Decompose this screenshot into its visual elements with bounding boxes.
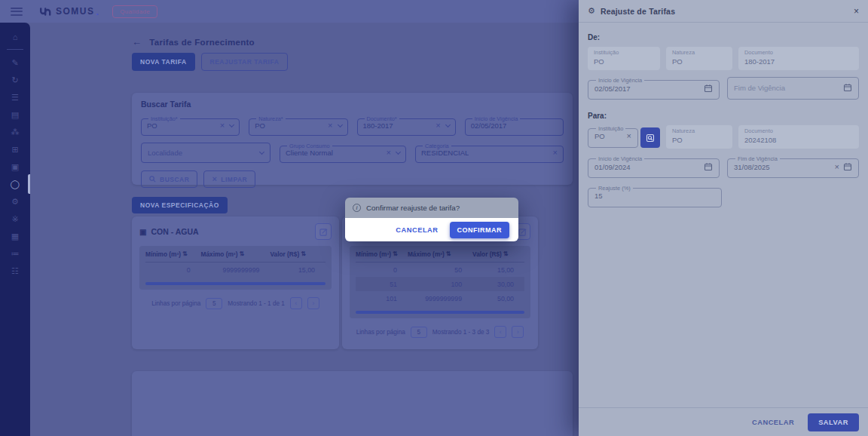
sort-icon[interactable]: ⇅ xyxy=(446,250,451,257)
sort-icon[interactable]: ⇅ xyxy=(393,250,398,257)
tariff-card-1-header: ▣ CON - AGUA xyxy=(132,216,339,244)
consumption-group-value: Cliente Normal xyxy=(286,149,333,157)
table-row[interactable]: 0 50 15,00 xyxy=(356,263,524,277)
confirm-dialog-actions: CANCELAR CONFIRMAR xyxy=(345,218,518,241)
sidebar-item-connections[interactable]: ☷ xyxy=(0,263,30,279)
chevron-down-icon[interactable] xyxy=(337,121,342,127)
sidebar-item-design[interactable]: ✎ xyxy=(0,54,30,71)
edit-tariff-button[interactable] xyxy=(315,223,332,240)
document-field[interactable]: Documento* 180-2017 × xyxy=(357,115,456,136)
to-validity-end-field[interactable]: Fim de Vigência 31/08/2025 × xyxy=(727,155,859,178)
table-horizontal-scrollbar[interactable] xyxy=(356,311,524,314)
validity-start-field[interactable]: Início de Vigência 02/05/2017 xyxy=(465,115,564,136)
to-validity-start-field[interactable]: Início de Vigência 01/09/2024 xyxy=(588,155,720,178)
operations-icon: ◯ xyxy=(11,180,20,189)
sidebar-item-home[interactable]: ⌂ xyxy=(0,29,30,45)
from-section-label: De: xyxy=(588,33,859,41)
prev-page-button[interactable]: ‹ xyxy=(494,326,506,338)
clear-icon[interactable]: × xyxy=(220,121,225,130)
chevron-down-icon[interactable] xyxy=(396,149,401,154)
col-min-header[interactable]: Mínimo (m³)⇅ xyxy=(356,250,408,258)
to-institution-field[interactable]: Instituição PO × xyxy=(588,125,638,148)
sidebar-item-settings[interactable]: ⚙ xyxy=(0,193,30,210)
calendar-icon[interactable] xyxy=(843,162,852,171)
drawer-title: Reajuste de Tarifas xyxy=(601,7,675,16)
tariff-table-2: Mínimo (m³)⇅ Máximo (m³)⇅ Valor (R$)⇅ 0 … xyxy=(350,246,530,318)
sort-icon[interactable]: ⇅ xyxy=(182,250,188,257)
drawer-cancel-button[interactable]: CANCELAR xyxy=(752,419,794,426)
from-institution-value: PO xyxy=(594,57,654,66)
dialog-cancel-button[interactable]: CANCELAR xyxy=(396,226,438,234)
sidebar-item-checklist[interactable]: ☰ xyxy=(0,89,30,106)
institution-lookup-button[interactable] xyxy=(640,127,660,148)
close-icon[interactable]: × xyxy=(854,6,859,17)
rows-per-page-select[interactable]: 5 xyxy=(206,298,222,309)
search-button[interactable]: BUSCAR xyxy=(141,170,197,188)
sidebar-item-billing[interactable]: ▤ xyxy=(0,106,30,123)
sidebar-item-reports[interactable]: ≔ xyxy=(0,245,30,262)
table-row[interactable]: 101 9999999999 50,00 xyxy=(356,291,524,306)
clear-icon[interactable]: × xyxy=(328,121,332,130)
sidebar-item-services[interactable]: ※ xyxy=(0,210,30,227)
back-arrow-icon[interactable]: ← xyxy=(132,36,142,48)
environment-chip[interactable]: Qualidade xyxy=(112,5,157,18)
rows-per-page-select[interactable]: 5 xyxy=(411,327,427,338)
locality-placeholder: Localidade xyxy=(148,149,182,157)
clear-icon[interactable]: × xyxy=(387,149,391,157)
tariff-card-1: ▣ CON - AGUA Mínimo (m³)⇅ Máximo (m³)⇅ V… xyxy=(132,216,339,349)
billing-icon: ▤ xyxy=(11,110,19,120)
from-validity-start-value: 02/05/2017 xyxy=(594,84,631,93)
chevron-down-icon[interactable] xyxy=(445,121,451,127)
new-specification-button[interactable]: NOVA ESPECIFICAÇÃO xyxy=(132,197,228,213)
table-row[interactable]: 51 100 30,00 xyxy=(356,277,524,291)
table-row[interactable]: 0 9999999999 15,00 xyxy=(145,263,326,277)
from-document-value: 180-2017 xyxy=(744,57,853,66)
search-tariff-card: Buscar Tarifa Instituição* PO × Natureza… xyxy=(132,93,573,185)
prev-page-button[interactable]: ‹ xyxy=(290,297,302,309)
next-page-button[interactable]: › xyxy=(307,297,319,309)
sidebar-divider xyxy=(7,49,23,50)
readjust-tariff-button[interactable]: REAJUSTAR TARIFA xyxy=(201,53,289,71)
sidebar-item-table[interactable]: ⊞ xyxy=(0,141,30,158)
col-max-header[interactable]: Máximo (m³)⇅ xyxy=(408,250,472,258)
new-tariff-button[interactable]: NOVA TARIFA xyxy=(132,53,195,71)
consumption-group-field[interactable]: Grupo Consumo Cliente Normal × xyxy=(280,143,406,163)
table-horizontal-scrollbar[interactable] xyxy=(145,282,326,285)
nature-field[interactable]: Natureza* PO × xyxy=(249,115,347,136)
dialog-confirm-button[interactable]: CONFIRMAR xyxy=(450,222,510,238)
page-title-row: ← Tarifas de Fornecimento xyxy=(132,36,255,48)
calendar-icon[interactable] xyxy=(704,84,713,93)
from-validity-end-field[interactable]: Fim de Vigência xyxy=(727,77,859,100)
col-min-header[interactable]: Mínimo (m³)⇅ xyxy=(145,250,201,258)
close-icon: × xyxy=(212,175,217,183)
clear-icon[interactable]: × xyxy=(627,132,631,140)
institution-field[interactable]: Instituição* PO × xyxy=(141,115,240,136)
locality-field[interactable]: Localidade xyxy=(141,143,270,163)
sidebar-item-gallery[interactable]: ▣ xyxy=(0,158,30,175)
menu-icon[interactable] xyxy=(11,8,23,16)
clear-icon[interactable]: × xyxy=(835,163,839,171)
calendar-icon[interactable] xyxy=(843,83,852,92)
sidebar-item-registry[interactable]: ▦ xyxy=(0,228,30,244)
next-page-button[interactable]: › xyxy=(512,326,524,338)
sort-icon[interactable]: ⇅ xyxy=(301,250,306,257)
sort-icon[interactable]: ⇅ xyxy=(239,250,244,257)
clear-button[interactable]: × LIMPAR xyxy=(203,170,255,188)
clear-icon[interactable]: × xyxy=(553,149,558,157)
calendar-icon[interactable] xyxy=(704,162,713,171)
team-icon: ⁂ xyxy=(11,127,20,137)
col-value-header[interactable]: Valor (R$)⇅ xyxy=(270,250,326,258)
sidebar-item-team[interactable]: ⁂ xyxy=(0,124,30,140)
sidebar-item-sync[interactable]: ↻ xyxy=(0,72,30,88)
readjust-percent-field[interactable]: Reajuste (%) 15 xyxy=(588,185,722,207)
sort-icon[interactable]: ⇅ xyxy=(503,250,509,257)
clear-icon[interactable]: × xyxy=(436,121,440,130)
chevron-down-icon[interactable] xyxy=(259,149,264,154)
col-max-header[interactable]: Máximo (m³)⇅ xyxy=(201,250,270,258)
col-value-header[interactable]: Valor (R$)⇅ xyxy=(472,250,524,258)
category-field[interactable]: Categoria RESIDENCIAL × xyxy=(415,143,564,163)
chevron-down-icon[interactable] xyxy=(229,121,234,127)
from-validity-start-field[interactable]: Início de Vigência 02/05/2017 xyxy=(588,77,720,100)
sidebar-item-operations-selected[interactable]: ◯ xyxy=(0,176,30,192)
drawer-save-button[interactable]: SALVAR xyxy=(808,413,859,431)
